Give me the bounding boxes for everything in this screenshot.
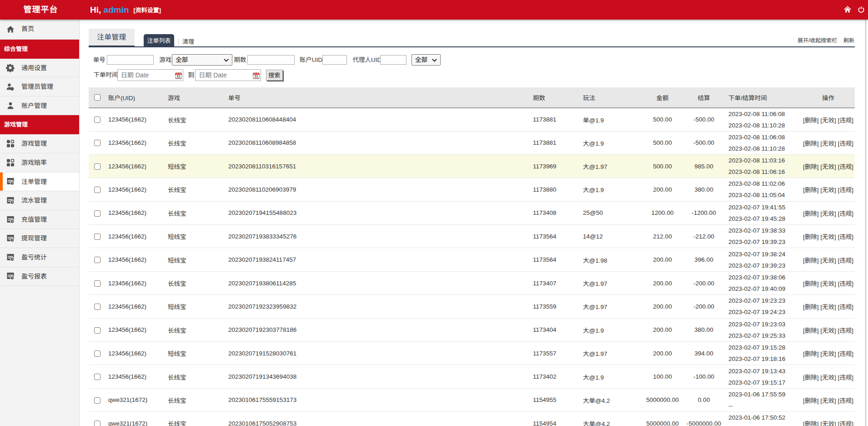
svg-text:31: 31 <box>176 74 180 78</box>
svg-text:31: 31 <box>255 74 258 78</box>
